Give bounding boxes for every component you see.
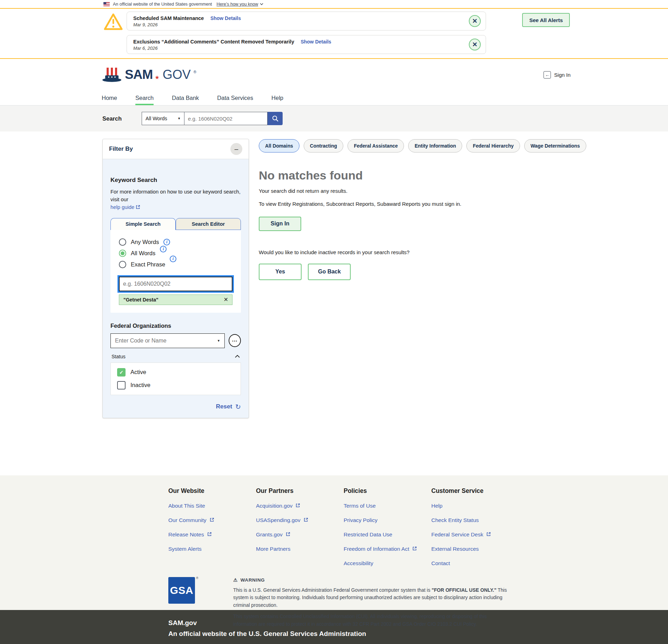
footer-link-release-notes[interactable]: Release Notes — [168, 531, 212, 538]
federal-orgs-placeholder: Enter Code or Name — [115, 338, 167, 344]
chip-remove-icon[interactable]: ✕ — [224, 296, 228, 303]
external-link-icon — [296, 503, 300, 509]
search-submit-button[interactable] — [268, 112, 283, 125]
footer-link-grants-gov[interactable]: Grants.gov — [256, 531, 290, 538]
radio-exact-phrase[interactable] — [119, 261, 126, 268]
external-link-icon — [412, 546, 417, 552]
external-link-icon — [210, 517, 214, 523]
footer-link-restricted-data-use[interactable]: Restricted Data Use — [344, 531, 392, 538]
footer-link-accessibility[interactable]: Accessibility — [344, 560, 373, 567]
nav-item-home[interactable]: Home — [102, 90, 117, 105]
external-link-icon — [486, 531, 491, 538]
chevron-down-icon — [260, 3, 263, 5]
footer-link-foia[interactable]: Freedom of Information Act — [344, 546, 417, 552]
footer-link-about-this-site[interactable]: About This Site — [168, 503, 205, 509]
see-all-alerts-button[interactable]: See All Alerts — [522, 13, 570, 27]
identifier-tagline: An official website of the U.S. General … — [168, 630, 668, 638]
chevron-up-icon — [235, 355, 240, 358]
reset-filters[interactable]: Reset ↻ — [110, 403, 241, 411]
select-arrow-icon: ▼ — [217, 339, 220, 343]
site-footer: Our Website About This Site Our Communit… — [0, 475, 668, 610]
footer-link-check-entity-status[interactable]: Check Entity Status — [431, 517, 479, 523]
gov-banner: An official website of the United States… — [0, 0, 668, 9]
nav-item-help[interactable]: Help — [271, 90, 283, 105]
show-details-link[interactable]: Show Details — [210, 15, 241, 21]
alerts-section: Scheduled SAM Maintenance Show Details M… — [0, 9, 668, 59]
sam-gov-logo[interactable]: SAM★GOV® — [102, 67, 196, 83]
domain-filter-pills: All Domains Contracting Federal Assistan… — [259, 139, 586, 152]
sign-in-button[interactable]: Sign In — [259, 217, 301, 231]
pill-wage-determinations[interactable]: Wage Determinations — [524, 139, 586, 152]
help-guide-label: help guide — [110, 204, 134, 210]
gsa-logo: GSA — [168, 577, 195, 604]
collapse-filters-button[interactable]: – — [230, 143, 242, 155]
checkbox-active[interactable]: ✓ — [117, 368, 126, 377]
tab-search-editor[interactable]: Search Editor — [176, 218, 241, 230]
alert-close-button[interactable]: ✕ — [469, 15, 481, 27]
logo-star: ★ — [155, 74, 159, 81]
info-icon[interactable]: i — [163, 239, 170, 245]
nav-item-data-services[interactable]: Data Services — [217, 90, 253, 105]
tab-simple-search[interactable]: Simple Search — [110, 218, 176, 230]
sign-in-link[interactable]: ← Sign In — [544, 71, 571, 79]
footer-link-more-partners[interactable]: More Partners — [256, 546, 290, 552]
footer-link-label: Grants.gov — [256, 531, 283, 538]
pill-contracting[interactable]: Contracting — [304, 139, 343, 152]
heres-how-you-know-link[interactable]: Here’s how you know — [217, 2, 264, 7]
logo-sam-text: SAM — [125, 67, 153, 82]
footer-link-privacy-policy[interactable]: Privacy Policy — [344, 517, 377, 523]
footer-link-label: More Partners — [256, 546, 290, 552]
reset-label: Reset — [216, 403, 232, 410]
pill-all-domains[interactable]: All Domains — [259, 139, 299, 152]
nav-item-data-bank[interactable]: Data Bank — [172, 90, 199, 105]
radio-exact-phrase-label: Exact Phrase — [131, 261, 165, 268]
radio-all-words-label: All Words — [131, 250, 155, 257]
warning-icon: ⚠ — [233, 577, 238, 583]
footer-link-label: Restricted Data Use — [344, 531, 392, 538]
checkbox-inactive[interactable] — [117, 381, 126, 389]
checkbox-active-label: Active — [130, 369, 146, 375]
status-section-toggle[interactable]: Status — [112, 354, 240, 359]
yes-button[interactable]: Yes — [259, 264, 302, 280]
go-back-button[interactable]: Go Back — [308, 264, 351, 280]
global-search-input[interactable] — [184, 112, 268, 125]
footer-heading: Our Website — [168, 487, 256, 495]
footer-link-system-alerts[interactable]: System Alerts — [168, 546, 202, 552]
show-details-link[interactable]: Show Details — [301, 39, 331, 45]
help-guide-link[interactable]: help guide — [110, 204, 140, 210]
filter-panel: Filter By – Keyword Search For more info… — [102, 139, 249, 418]
logo-gov-text: GOV — [163, 67, 191, 82]
inactive-choice-buttons: Yes Go Back — [259, 264, 586, 280]
search-mode-select[interactable]: All Words ▼ — [142, 112, 184, 125]
alert-title: Scheduled SAM Maintenance — [133, 15, 204, 21]
footer-link-usaspending-gov[interactable]: USASpending.gov — [256, 517, 308, 523]
warning-triangle-icon — [103, 13, 123, 30]
radio-all-words[interactable] — [119, 250, 126, 257]
footer-col-policies: Policies Terms of Use Privacy Policy Res… — [344, 487, 431, 567]
footer-link-contact[interactable]: Contact — [431, 560, 450, 567]
footer-link-acquisition-gov[interactable]: Acquisition.gov — [256, 503, 300, 509]
footer-link-label: Terms of Use — [344, 503, 376, 509]
footer-link-external-resources[interactable]: External Resources — [431, 546, 479, 552]
info-icon[interactable]: i — [170, 256, 176, 262]
info-icon[interactable]: i — [160, 246, 167, 252]
alert-close-button[interactable]: ✕ — [469, 39, 481, 50]
radio-any-words[interactable] — [119, 238, 126, 246]
footer-link-federal-service-desk[interactable]: Federal Service Desk — [431, 531, 491, 538]
footer-link-our-community[interactable]: Our Community — [168, 517, 214, 523]
external-link-icon — [286, 531, 290, 538]
footer-link-help[interactable]: Help — [431, 503, 443, 509]
warning-block: ⚠ WARNING This is a U.S. General Service… — [233, 577, 509, 628]
footer-link-label: Check Entity Status — [431, 517, 479, 523]
footer-link-terms-of-use[interactable]: Terms of Use — [344, 503, 376, 509]
no-results-text: Your search did not return any results. — [259, 188, 586, 194]
checkbox-inactive-label: Inactive — [130, 382, 150, 388]
nav-item-search[interactable]: Search — [135, 90, 154, 105]
federal-orgs-select[interactable]: Enter Code or Name ▼ — [110, 333, 225, 348]
keyword-input[interactable] — [119, 277, 232, 291]
pill-federal-assistance[interactable]: Federal Assistance — [348, 139, 404, 152]
federal-orgs-more-button[interactable]: ... — [229, 334, 241, 347]
pill-entity-information[interactable]: Entity Information — [408, 139, 462, 152]
warning-paragraph-1: This is a U.S. General Services Administ… — [233, 587, 509, 609]
pill-federal-hierarchy[interactable]: Federal Hierarchy — [466, 139, 520, 152]
